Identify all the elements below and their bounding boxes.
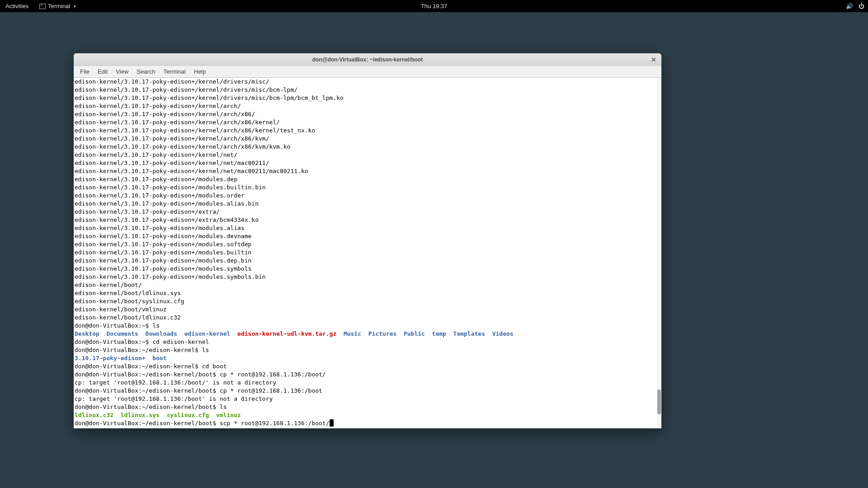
- terminal-icon: [39, 4, 46, 9]
- terminal-line: ldlinux.c32 ldlinux.sys syslinux.cfg vml…: [75, 411, 660, 419]
- terminal-line: cp: target 'root@192.168.1.136:/boot/' i…: [75, 379, 660, 387]
- terminal-line: don@don-VirtualBox:~/edison-kernel$ ls: [75, 346, 660, 354]
- terminal-line: edison-kernel/boot/: [75, 281, 660, 289]
- terminal-line: edison-kernel/3.10.17-poky-edison+/kerne…: [75, 143, 660, 151]
- terminal-line: edison-kernel/3.10.17-poky-edison+/modul…: [75, 249, 660, 257]
- chevron-down-icon: ▾: [74, 4, 76, 9]
- menu-edit[interactable]: Edit: [94, 67, 111, 76]
- window-title: don@don-VirtualBox: ~/edison-kernel/boot: [312, 56, 423, 63]
- menu-file[interactable]: File: [76, 67, 93, 76]
- menu-help[interactable]: Help: [190, 67, 210, 76]
- terminal-line: edison-kernel/3.10.17-poky-edison+/kerne…: [75, 110, 660, 118]
- terminal-line: edison-kernel/3.10.17-poky-edison+/modul…: [75, 232, 660, 240]
- power-icon[interactable]: ⏻: [859, 3, 864, 9]
- terminal-line: don@don-VirtualBox:~/edison-kernel/boot$…: [75, 403, 660, 411]
- window-titlebar[interactable]: don@don-VirtualBox: ~/edison-kernel/boot…: [74, 53, 661, 66]
- menu-view[interactable]: View: [112, 67, 132, 76]
- gnome-topbar: Activities Terminal ▾ Thu 19:37 🔊 ⏻: [0, 0, 868, 12]
- terminal-line: edison-kernel/boot/ldlinux.sys: [75, 289, 660, 297]
- activities-button[interactable]: Activities: [0, 0, 34, 12]
- menubar: File Edit View Search Terminal Help: [74, 66, 661, 78]
- current-app-label: Terminal: [48, 3, 70, 9]
- terminal-line: don@don-VirtualBox:~/edison-kernel/boot$…: [75, 371, 660, 379]
- terminal-line: edison-kernel/3.10.17-poky-edison+/kerne…: [75, 102, 660, 110]
- topbar-left: Activities Terminal ▾: [0, 0, 81, 12]
- terminal-line: edison-kernel/boot/syslinux.cfg: [75, 297, 660, 305]
- terminal-line: edison-kernel/3.10.17-poky-edison+/kerne…: [75, 167, 660, 175]
- terminal-window: don@don-VirtualBox: ~/edison-kernel/boot…: [74, 53, 661, 428]
- terminal-line: 3.10.17-poky-edison+ boot: [75, 354, 660, 362]
- terminal-line: edison-kernel/3.10.17-poky-edison+/kerne…: [75, 135, 660, 143]
- terminal-line: edison-kernel/3.10.17-poky-edison+/modul…: [75, 175, 660, 183]
- scrollbar-track[interactable]: [657, 78, 661, 428]
- terminal-output[interactable]: edison-kernel/3.10.17-poky-edison+/kerne…: [74, 78, 661, 428]
- terminal-line: don@don-VirtualBox:~$ cd edison-kernel: [75, 338, 660, 346]
- terminal-line: edison-kernel/3.10.17-poky-edison+/modul…: [75, 192, 660, 200]
- terminal-line: edison-kernel/3.10.17-poky-edison+/kerne…: [75, 78, 660, 86]
- scrollbar-thumb[interactable]: [657, 389, 661, 414]
- terminal-line: don@don-VirtualBox:~/edison-kernel/boot$…: [75, 387, 660, 395]
- terminal-line: edison-kernel/3.10.17-poky-edison+/modul…: [75, 200, 660, 208]
- terminal-line: edison-kernel/3.10.17-poky-edison+/kerne…: [75, 86, 660, 94]
- terminal-line: edison-kernel/3.10.17-poky-edison+/kerne…: [75, 151, 660, 159]
- terminal-line: edison-kernel/boot/vmlinuz: [75, 305, 660, 314]
- clock[interactable]: Thu 19:37: [421, 3, 448, 9]
- terminal-line: cp: target 'root@192.168.1.136:/boot' is…: [75, 395, 660, 403]
- close-button[interactable]: ✕: [650, 56, 658, 64]
- terminal-line: edison-kernel/3.10.17-poky-edison+/modul…: [75, 273, 660, 281]
- cursor: [330, 419, 334, 427]
- terminal-line: edison-kernel/3.10.17-poky-edison+/kerne…: [75, 94, 660, 102]
- menu-search[interactable]: Search: [133, 67, 159, 76]
- terminal-line: edison-kernel/3.10.17-poky-edison+/modul…: [75, 257, 660, 265]
- terminal-line: edison-kernel/3.10.17-poky-edison+/modul…: [75, 183, 660, 192]
- terminal-line: edison-kernel/3.10.17-poky-edison+/modul…: [75, 224, 660, 232]
- terminal-line: edison-kernel/3.10.17-poky-edison+/kerne…: [75, 159, 660, 167]
- terminal-line: edison-kernel/3.10.17-poky-edison+/kerne…: [75, 118, 660, 127]
- menu-terminal[interactable]: Terminal: [160, 67, 189, 76]
- terminal-line: edison-kernel/3.10.17-poky-edison+/extra…: [75, 216, 660, 224]
- terminal-line: edison-kernel/3.10.17-poky-edison+/modul…: [75, 265, 660, 273]
- volume-icon[interactable]: 🔊: [846, 3, 853, 9]
- terminal-line: Desktop Documents Downloads edison-kerne…: [75, 330, 660, 338]
- terminal-line: don@don-VirtualBox:~/edison-kernel$ cd b…: [75, 362, 660, 371]
- terminal-line: edison-kernel/3.10.17-poky-edison+/extra…: [75, 208, 660, 216]
- terminal-line: don@don-VirtualBox:~$ ls: [75, 322, 660, 330]
- terminal-line: don@don-VirtualBox:~/edison-kernel/boot$…: [75, 419, 660, 427]
- terminal-line: edison-kernel/3.10.17-poky-edison+/kerne…: [75, 127, 660, 135]
- terminal-line: edison-kernel/boot/ldlinux.c32: [75, 314, 660, 322]
- topbar-right: 🔊 ⏻: [846, 3, 864, 9]
- current-app-menu[interactable]: Terminal ▾: [34, 0, 81, 12]
- terminal-line: edison-kernel/3.10.17-poky-edison+/modul…: [75, 240, 660, 249]
